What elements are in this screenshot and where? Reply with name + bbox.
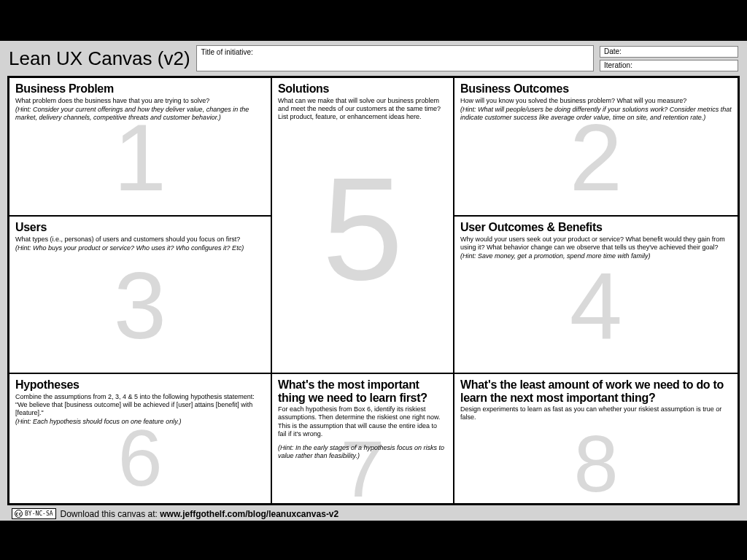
iteration-label: Iteration: (604, 61, 632, 69)
iteration-field[interactable]: Iteration: (600, 60, 738, 71)
initiative-label: Title of initiative: (201, 48, 253, 56)
box-title: Hypotheses (15, 378, 265, 392)
box-title: What's the most important thing we need … (278, 378, 447, 404)
box-title: Solutions (278, 82, 447, 96)
box-number: 3 (114, 251, 166, 360)
box-lead: Combine the assumptions from 2, 3, 4 & 5… (15, 393, 265, 418)
download-lead: Download this canvas at: (61, 509, 160, 519)
initiative-title-field[interactable]: Title of initiative: (196, 45, 594, 71)
box-title: Business Outcomes (460, 82, 732, 96)
box-title: Users (15, 221, 265, 234)
download-url: www.jeffgothelf.com/blog/leanuxcanvas-v2 (160, 509, 338, 519)
box-least-work[interactable]: 8 What's the least amount of work we nee… (454, 373, 738, 504)
box-hint: (Hint: Who buys your product or service?… (15, 244, 265, 252)
box-lead: What can we make that will solve our bus… (278, 97, 447, 122)
box-lead: For each hypothesis from Box 6, identify… (278, 405, 447, 438)
box-title: User Outcomes & Benefits (460, 221, 732, 234)
box-solutions[interactable]: 5 Solutions What can we make that will s… (271, 77, 454, 373)
page-title: Lean UX Canvas (v2) (9, 47, 190, 70)
cc-license-icon: cc BY-NC-SA (12, 508, 56, 519)
date-field[interactable]: Date: (600, 46, 738, 58)
box-business-outcomes[interactable]: 2 Business Outcomes How will you know yo… (454, 77, 738, 216)
box-hint: (Hint: Save money, get a promotion, spen… (460, 252, 732, 260)
box-hypotheses[interactable]: 6 Hypotheses Combine the assumptions fro… (9, 373, 271, 504)
box-number: 4 (570, 251, 622, 360)
letterbox-bottom (0, 521, 747, 560)
box-lead: What problem does the business have that… (15, 97, 265, 105)
box-hint: (Hint: Consider your current offerings a… (15, 106, 265, 122)
meta-fields: Date: Iteration: (600, 46, 738, 71)
box-lead: What types (i.e., personas) of users and… (15, 236, 265, 244)
canvas-sheet: Lean UX Canvas (v2) Title of initiative:… (0, 41, 747, 521)
box-lead: How will you know you solved the busines… (460, 97, 732, 105)
cc-text: BY-NC-SA (25, 510, 53, 517)
box-hint: (Hint: What will people/users be doing d… (460, 106, 732, 122)
canvas-grid: 1 Business Problem What problem does the… (7, 76, 740, 505)
box-hint: (Hint: In the early stages of a hypothes… (278, 444, 447, 461)
box-hint: (Hint: Each hypothesis should focus on o… (15, 418, 265, 426)
box-lead: Design experiments to learn as fast as y… (460, 405, 732, 422)
box-title: What's the least amount of work we need … (460, 378, 732, 404)
box-number: 8 (573, 416, 618, 504)
box-title: Business Problem (15, 82, 265, 96)
box-users[interactable]: 3 Users What types (i.e., personas) of u… (9, 216, 271, 373)
header: Lean UX Canvas (v2) Title of initiative:… (7, 41, 740, 76)
box-lead: Why would your users seek out your produ… (460, 236, 732, 252)
footer: cc BY-NC-SA Download this canvas at: www… (7, 505, 740, 521)
box-learn-first[interactable]: 7 What's the most important thing we nee… (271, 373, 454, 504)
cc-logo-icon: cc (15, 510, 23, 518)
box-number: 5 (322, 145, 403, 313)
letterbox-top (0, 0, 747, 41)
date-label: Date: (604, 47, 622, 55)
box-business-problem[interactable]: 1 Business Problem What problem does the… (9, 77, 271, 216)
download-text: Download this canvas at: www.jeffgothelf… (61, 509, 339, 519)
box-user-outcomes[interactable]: 4 User Outcomes & Benefits Why would you… (454, 216, 738, 373)
